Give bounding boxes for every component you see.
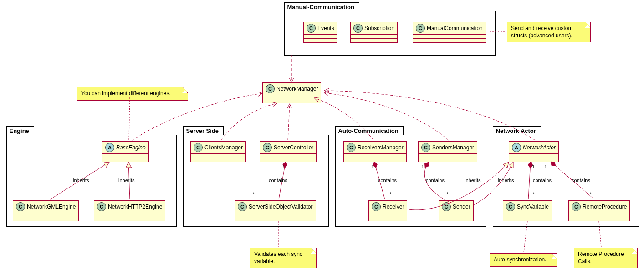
class-stereotype-icon: C bbox=[16, 202, 25, 211]
note-manual-communication: Send and receive custom structs (advance… bbox=[507, 22, 591, 42]
class-stereotype-icon: C bbox=[353, 24, 363, 33]
edge-label-one: 1 bbox=[544, 164, 547, 169]
edge-label-inherits: inherits bbox=[118, 178, 134, 183]
class-stereotype-icon: C bbox=[442, 202, 451, 211]
edge-label-many: * bbox=[446, 191, 448, 197]
package-tab-actor: Network Actor bbox=[493, 126, 541, 135]
class-network-gml-engine: C NetworkGMLEngine bbox=[13, 200, 79, 221]
class-network-http2-engine: C NetworkHTTP2Engine bbox=[94, 200, 165, 221]
class-name: NetworkManager bbox=[276, 86, 318, 92]
class-stereotype-icon: C bbox=[97, 202, 106, 211]
abstract-stereotype-icon: A bbox=[512, 143, 521, 152]
class-stereotype-icon: C bbox=[347, 143, 356, 152]
note-text: Validates each sync variable. bbox=[254, 251, 302, 265]
edge-label-many: * bbox=[253, 191, 255, 197]
package-tab-manual: Manual-Communication bbox=[284, 2, 359, 11]
edge-label-inherits: inherits bbox=[498, 178, 514, 183]
class-name: Receiver bbox=[383, 204, 404, 210]
edge-label-contains: contains bbox=[533, 178, 552, 183]
class-stereotype-icon: C bbox=[307, 24, 316, 33]
package-tab-server: Server Side bbox=[183, 126, 224, 135]
edge-label-inherits: inherits bbox=[73, 178, 89, 183]
class-remote-procedure: C RemoteProcedure bbox=[568, 200, 630, 221]
abstract-stereotype-icon: A bbox=[105, 143, 114, 152]
class-stereotype-icon: C bbox=[238, 202, 247, 211]
note-text: Send and receive custom structs (advance… bbox=[511, 25, 572, 39]
note-engine: You can implement different engines. bbox=[77, 87, 188, 101]
edge-label-contains: contains bbox=[426, 178, 445, 183]
edge-label-contains: contains bbox=[378, 178, 397, 183]
package-tab-auto: Auto-Communication bbox=[335, 126, 404, 135]
class-name: BaseEngine bbox=[116, 144, 146, 151]
class-name: ClientsManager bbox=[204, 144, 243, 151]
edge-label-contains: contains bbox=[269, 178, 287, 183]
class-name: ReceiversManager bbox=[358, 144, 404, 151]
class-stereotype-icon: C bbox=[572, 202, 581, 211]
class-subscription: C Subscription bbox=[350, 22, 398, 43]
class-name: SyncVariable bbox=[517, 204, 549, 210]
class-server-side-object-validator: C ServerSideObjectValidator bbox=[235, 200, 316, 221]
edge-label-one: 1 bbox=[371, 164, 374, 169]
class-name: NetworkActor bbox=[523, 144, 556, 151]
class-name: ServerSideObjectValidator bbox=[249, 204, 313, 210]
edge-label-many: * bbox=[590, 191, 592, 197]
class-name: RemoteProcedure bbox=[583, 204, 627, 210]
note-syncvar: Auto-synchronization. bbox=[490, 253, 557, 267]
edge-label-one: 1 bbox=[421, 164, 424, 169]
note-text: Remote Procedure Calls. bbox=[578, 251, 624, 265]
class-stereotype-icon: C bbox=[194, 143, 203, 152]
class-stereotype-icon: C bbox=[421, 143, 430, 152]
class-name: ServerController bbox=[274, 144, 313, 151]
package-tab-engine: Engine bbox=[6, 126, 34, 135]
note-validator: Validates each sync variable. bbox=[250, 248, 317, 268]
class-network-actor: A NetworkActor bbox=[509, 141, 559, 162]
edge-label-many: * bbox=[533, 191, 535, 197]
class-name: Subscription bbox=[364, 25, 394, 31]
class-name: Events bbox=[317, 25, 334, 31]
class-name: ManualCommunication bbox=[427, 25, 483, 31]
class-receivers-manager: C ReceiversManager bbox=[343, 141, 407, 162]
class-senders-manager: C SendersManager bbox=[418, 141, 477, 162]
class-stereotype-icon: C bbox=[263, 143, 272, 152]
class-server-controller: C ServerController bbox=[260, 141, 317, 162]
class-stereotype-icon: C bbox=[266, 84, 275, 93]
note-text: Auto-synchronization. bbox=[494, 256, 546, 263]
edge-label-one: 1 bbox=[532, 164, 535, 169]
class-name: NetworkHTTP2Engine bbox=[108, 204, 162, 210]
edge-label-contains: contains bbox=[572, 178, 590, 183]
class-clients-manager: C ClientsManager bbox=[190, 141, 246, 162]
class-base-engine: A BaseEngine bbox=[102, 141, 149, 162]
class-name: Sender bbox=[453, 204, 470, 210]
class-receiver: C Receiver bbox=[368, 200, 407, 221]
class-events: C Events bbox=[303, 22, 337, 43]
edge-label-inherits: inherits bbox=[465, 178, 480, 183]
class-stereotype-icon: C bbox=[372, 202, 381, 211]
edge-label-many: * bbox=[389, 191, 391, 197]
class-stereotype-icon: C bbox=[506, 202, 515, 211]
class-manual-communication: C ManualCommunication bbox=[413, 22, 486, 43]
class-name: NetworkGMLEngine bbox=[27, 204, 76, 210]
class-sync-variable: C SyncVariable bbox=[503, 200, 552, 221]
note-remoteproc: Remote Procedure Calls. bbox=[574, 248, 638, 268]
edge-label-one: 1 bbox=[282, 164, 285, 169]
class-network-manager: C NetworkManager bbox=[262, 82, 321, 103]
class-sender: C Sender bbox=[439, 200, 474, 221]
class-stereotype-icon: C bbox=[416, 24, 425, 33]
class-name: SendersManager bbox=[432, 144, 474, 151]
note-text: You can implement different engines. bbox=[81, 90, 171, 97]
